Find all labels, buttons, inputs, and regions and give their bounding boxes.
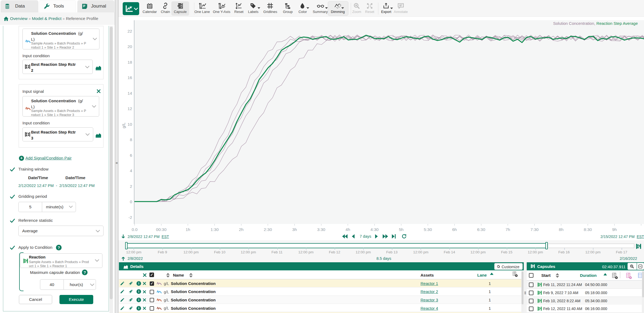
- svg-text:4h: 4h: [346, 227, 350, 232]
- svg-text:0.0: 0.0: [132, 227, 138, 232]
- svg-text:-2: -2: [128, 215, 132, 220]
- svg-text:14: 14: [128, 91, 132, 96]
- svg-text:5:30: 5:30: [424, 227, 432, 232]
- svg-text:8:30: 8:30: [584, 227, 592, 232]
- svg-text:1h: 1h: [186, 227, 190, 232]
- svg-text:8h: 8h: [559, 227, 563, 232]
- svg-text:3:30: 3:30: [317, 227, 326, 232]
- svg-text:6: 6: [130, 153, 132, 158]
- svg-text:2: 2: [130, 184, 132, 189]
- svg-text:16: 16: [128, 75, 132, 80]
- svg-text:2h: 2h: [239, 227, 243, 232]
- svg-text:7h: 7h: [505, 227, 510, 232]
- svg-text:18: 18: [128, 60, 132, 64]
- svg-text:12: 12: [128, 106, 132, 111]
- svg-text:6h: 6h: [452, 227, 457, 232]
- svg-text:2:30: 2:30: [264, 227, 272, 232]
- svg-text:6:30: 6:30: [477, 227, 485, 232]
- svg-text:g/L: g/L: [121, 123, 126, 128]
- svg-text:4:30: 4:30: [371, 227, 379, 232]
- svg-text:0: 0: [130, 199, 132, 204]
- svg-text:7:30: 7:30: [530, 227, 539, 232]
- svg-text:5h: 5h: [399, 227, 403, 232]
- svg-text:00:30: 00:30: [156, 227, 166, 232]
- svg-text:22: 22: [128, 29, 132, 33]
- svg-text:3h: 3h: [292, 227, 297, 232]
- svg-text:4: 4: [130, 168, 132, 173]
- svg-text:10: 10: [128, 122, 132, 127]
- svg-text:9h: 9h: [612, 227, 617, 232]
- svg-text:Solution Concentration, Reacti: Solution Concentration, Reaction Step Av…: [553, 21, 638, 26]
- svg-text:20: 20: [128, 44, 132, 49]
- svg-text:1:30: 1:30: [211, 227, 219, 232]
- svg-text:8: 8: [130, 137, 132, 142]
